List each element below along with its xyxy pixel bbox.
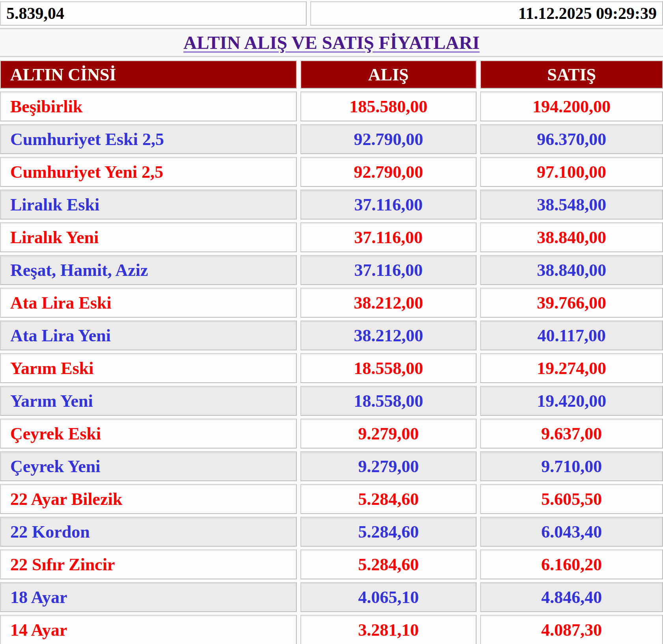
cell-buy-price: 18.558,00	[300, 353, 477, 383]
cell-buy-price: 37.116,00	[300, 190, 477, 220]
cell-sell-price: 9.710,00	[480, 451, 663, 481]
cell-sell-price: 38.840,00	[480, 222, 663, 252]
header-gold-type: ALTIN CİNSİ	[0, 60, 297, 89]
cell-sell-price: 194.200,00	[480, 91, 663, 121]
cell-gold-type: 22 Ayar Bilezik	[0, 484, 297, 514]
cell-sell-price: 38.840,00	[480, 255, 663, 285]
header-sell-price: SATIŞ	[480, 60, 663, 89]
cell-gold-type: Çeyrek Eski	[0, 419, 297, 449]
cell-buy-price: 18.558,00	[300, 386, 477, 416]
gold-table-header: ALTIN CİNSİ ALIŞ SATIŞ	[0, 60, 663, 89]
table-row: Yarım Yeni18.558,0019.420,00	[0, 386, 663, 416]
cell-gold-type: Ata Lira Yeni	[0, 320, 297, 350]
cell-gold-type: Liralık Eski	[0, 190, 297, 220]
cell-gold-type: 22 Sıfır Zincir	[0, 549, 297, 579]
table-row: Ata Lira Yeni38.212,0040.117,00	[0, 320, 663, 350]
cell-sell-price: 4.087,30	[480, 615, 663, 644]
cell-gold-type: Cumhuriyet Yeni 2,5	[0, 157, 297, 187]
table-row: Liralık Eski37.116,0038.548,00	[0, 190, 663, 220]
table-row: 22 Ayar Bilezik5.284,605.605,50	[0, 484, 663, 514]
cell-gold-type: Cumhuriyet Eski 2,5	[0, 124, 297, 154]
table-row: Ata Lira Eski38.212,0039.766,00	[0, 288, 663, 318]
cell-sell-price: 6.160,20	[480, 549, 663, 579]
cell-sell-price: 9.637,00	[480, 419, 663, 449]
cell-gold-type: Beşibirlik	[0, 91, 297, 121]
gram-gold-rate: 5.839,04	[0, 1, 307, 26]
table-row: 14 Ayar3.281,104.087,30	[0, 615, 663, 644]
cell-sell-price: 96.370,00	[480, 124, 663, 154]
table-row: Liralık Yeni37.116,0038.840,00	[0, 222, 663, 252]
table-row: Cumhuriyet Eski 2,592.790,0096.370,00	[0, 124, 663, 154]
last-update-datetime: 11.12.2025 09:29:39	[310, 1, 663, 26]
cell-buy-price: 92.790,00	[300, 157, 477, 187]
title-band: ALTIN ALIŞ VE SATIŞ FİYATLARI	[0, 28, 663, 57]
cell-buy-price: 92.790,00	[300, 124, 477, 154]
cell-gold-type: 18 Ayar	[0, 582, 297, 612]
cell-buy-price: 3.281,10	[300, 615, 477, 644]
cell-gold-type: Reşat, Hamit, Aziz	[0, 255, 297, 285]
table-row: Çeyrek Yeni9.279,009.710,00	[0, 451, 663, 481]
cell-gold-type: Yarım Eski	[0, 353, 297, 383]
gold-prices-table: ALTIN CİNSİ ALIŞ SATIŞ Beşibirlik185.580…	[0, 58, 663, 644]
cell-sell-price: 5.605,50	[480, 484, 663, 514]
table-row: 22 Kordon5.284,606.043,40	[0, 517, 663, 547]
cell-sell-price: 97.100,00	[480, 157, 663, 187]
cell-buy-price: 37.116,00	[300, 255, 477, 285]
cell-sell-price: 19.420,00	[480, 386, 663, 416]
cell-gold-type: Ata Lira Eski	[0, 288, 297, 318]
table-row: 22 Sıfır Zincir5.284,606.160,20	[0, 549, 663, 579]
cell-sell-price: 39.766,00	[480, 288, 663, 318]
cell-gold-type: Çeyrek Yeni	[0, 451, 297, 481]
cell-gold-type: Liralık Yeni	[0, 222, 297, 252]
cell-buy-price: 4.065,10	[300, 582, 477, 612]
cell-sell-price: 19.274,00	[480, 353, 663, 383]
page-title-link[interactable]: ALTIN ALIŞ VE SATIŞ FİYATLARI	[183, 32, 479, 53]
cell-sell-price: 4.846,40	[480, 582, 663, 612]
cell-buy-price: 38.212,00	[300, 288, 477, 318]
header-buy-price: ALIŞ	[300, 60, 477, 89]
cell-buy-price: 185.580,00	[300, 91, 477, 121]
cell-sell-price: 6.043,40	[480, 517, 663, 547]
table-row: Çeyrek Eski9.279,009.637,00	[0, 419, 663, 449]
cell-gold-type: 14 Ayar	[0, 615, 297, 644]
cell-buy-price: 9.279,00	[300, 451, 477, 481]
cell-gold-type: Yarım Yeni	[0, 386, 297, 416]
table-row: Reşat, Hamit, Aziz37.116,0038.840,00	[0, 255, 663, 285]
table-row: Beşibirlik185.580,00194.200,00	[0, 91, 663, 121]
cell-buy-price: 38.212,00	[300, 320, 477, 350]
table-row: 18 Ayar4.065,104.846,40	[0, 582, 663, 612]
table-row: Yarım Eski18.558,0019.274,00	[0, 353, 663, 383]
cell-buy-price: 5.284,60	[300, 484, 477, 514]
cell-buy-price: 5.284,60	[300, 549, 477, 579]
cell-sell-price: 38.548,00	[480, 190, 663, 220]
cell-gold-type: 22 Kordon	[0, 517, 297, 547]
topbar: 5.839,04 11.12.2025 09:29:39	[0, 0, 663, 27]
cell-buy-price: 37.116,00	[300, 222, 477, 252]
cell-buy-price: 9.279,00	[300, 419, 477, 449]
cell-sell-price: 40.117,00	[480, 320, 663, 350]
gold-table-body: Beşibirlik185.580,00194.200,00Cumhuriyet…	[0, 91, 663, 644]
cell-buy-price: 5.284,60	[300, 517, 477, 547]
table-row: Cumhuriyet Yeni 2,592.790,0097.100,00	[0, 157, 663, 187]
